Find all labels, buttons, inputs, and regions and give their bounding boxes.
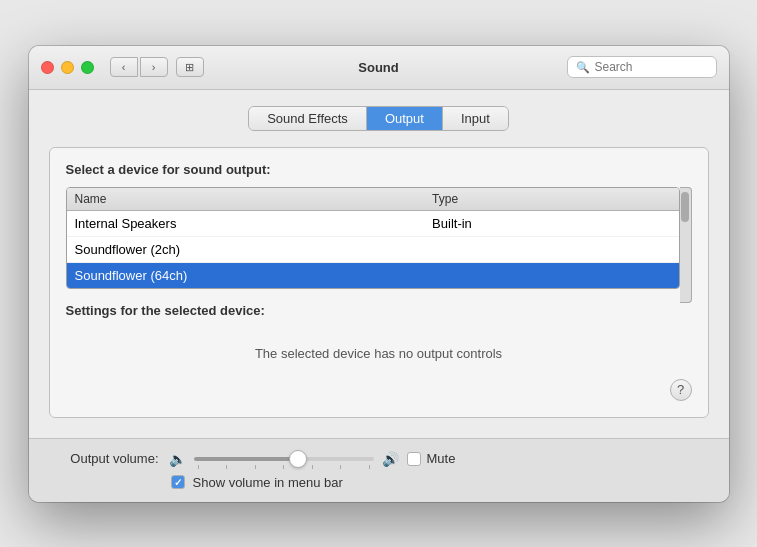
window: ‹ › ⊞ Sound 🔍 Sound Effects Output: [29, 46, 729, 502]
tick: [255, 465, 256, 469]
row-name: Soundflower (64ch): [75, 268, 433, 283]
titlebar: ‹ › ⊞ Sound 🔍: [29, 46, 729, 90]
volume-label: Output volume:: [59, 451, 159, 466]
row-name: Soundflower (2ch): [75, 242, 433, 257]
tick: [369, 465, 370, 469]
row-type: [432, 242, 670, 257]
tick: [226, 465, 227, 469]
minimize-button[interactable]: [61, 61, 74, 74]
help-button[interactable]: ?: [670, 379, 692, 401]
volume-slider[interactable]: [194, 457, 374, 461]
volume-high-icon: 🔊: [382, 451, 399, 467]
device-table: Name Type Internal Speakers Built-in Sou…: [66, 187, 680, 289]
show-volume-label: Show volume in menu bar: [193, 475, 343, 490]
table-body: Internal Speakers Built-in Soundflower (…: [67, 211, 679, 288]
device-table-wrapper: Name Type Internal Speakers Built-in Sou…: [66, 187, 692, 303]
row-name: Internal Speakers: [75, 216, 433, 231]
row-type: [432, 268, 670, 283]
tick: [198, 465, 199, 469]
volume-controls: 🔈 🔊 Mute: [169, 451, 699, 467]
search-box[interactable]: 🔍: [567, 56, 717, 78]
scrollbar-thumb[interactable]: [681, 192, 689, 222]
bottom-bar: Output volume: 🔈 🔊: [29, 438, 729, 502]
table-row[interactable]: Soundflower (2ch): [67, 237, 679, 263]
tab-input[interactable]: Input: [443, 107, 508, 130]
tabs-row: Sound Effects Output Input: [49, 106, 709, 131]
tick: [340, 465, 341, 469]
select-device-label: Select a device for sound output:: [66, 162, 692, 177]
forward-icon: ›: [152, 61, 156, 73]
table-row[interactable]: Internal Speakers Built-in: [67, 211, 679, 237]
show-volume-row: Show volume in menu bar: [59, 475, 699, 490]
grid-icon: ⊞: [185, 61, 194, 74]
col-name-header: Name: [75, 192, 433, 206]
tab-group: Sound Effects Output Input: [248, 106, 509, 131]
back-icon: ‹: [122, 61, 126, 73]
tab-sound-effects[interactable]: Sound Effects: [249, 107, 367, 130]
no-controls-text: The selected device has no output contro…: [66, 326, 692, 371]
mute-checkbox[interactable]: [407, 452, 421, 466]
help-icon: ?: [677, 382, 684, 397]
main-content: Sound Effects Output Input Select a devi…: [29, 90, 729, 438]
search-input[interactable]: [595, 60, 708, 74]
close-button[interactable]: [41, 61, 54, 74]
tick: [312, 465, 313, 469]
col-type-header: Type: [432, 192, 670, 206]
window-title: Sound: [358, 60, 398, 75]
volume-row: Output volume: 🔈 🔊: [59, 451, 699, 467]
traffic-lights: [41, 61, 94, 74]
row-type: Built-in: [432, 216, 670, 231]
show-volume-checkbox[interactable]: [171, 475, 185, 489]
table-header: Name Type: [67, 188, 679, 211]
settings-label: Settings for the selected device:: [66, 303, 692, 318]
tick: [283, 465, 284, 469]
output-panel: Select a device for sound output: Name T…: [49, 147, 709, 418]
help-row: ?: [66, 379, 692, 401]
mute-label: Mute: [427, 451, 456, 466]
mute-row: Mute: [407, 451, 456, 466]
scrollbar[interactable]: [680, 187, 692, 303]
slider-ticks: [194, 465, 374, 469]
maximize-button[interactable]: [81, 61, 94, 74]
grid-button[interactable]: ⊞: [176, 57, 204, 77]
table-row-selected[interactable]: Soundflower (64ch): [67, 263, 679, 288]
tab-output[interactable]: Output: [367, 107, 443, 130]
forward-button[interactable]: ›: [140, 57, 168, 77]
volume-low-icon: 🔈: [169, 451, 186, 467]
search-icon: 🔍: [576, 61, 590, 74]
nav-buttons: ‹ ›: [110, 57, 168, 77]
back-button[interactable]: ‹: [110, 57, 138, 77]
